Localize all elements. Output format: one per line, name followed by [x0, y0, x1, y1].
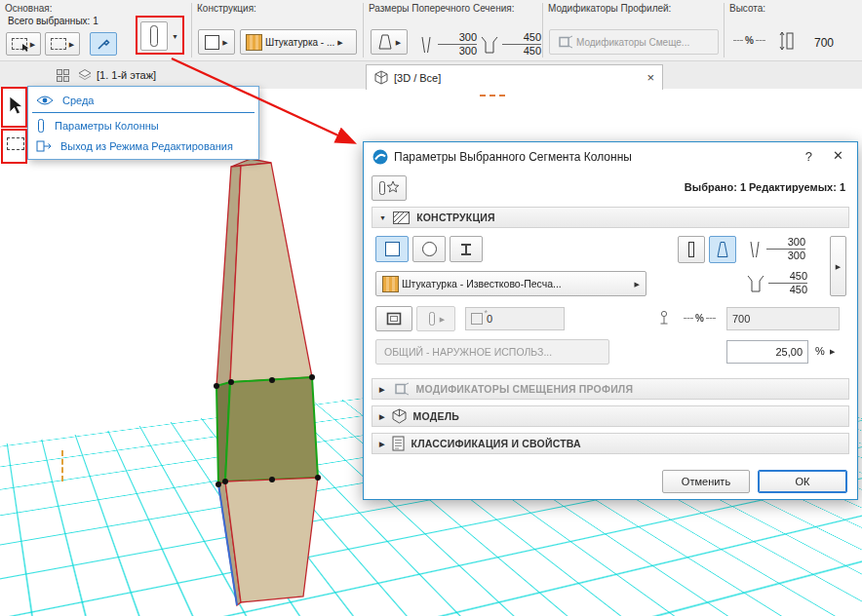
tab-close-icon[interactable]: × — [646, 70, 654, 85]
material-label: Штукатурка - ... — [265, 37, 334, 48]
offset-ref-icon: * — [471, 313, 483, 325]
exit-icon — [36, 140, 52, 152]
group-modifiers-label: Модификаторы Профилей: — [548, 3, 671, 14]
tab-floor-label[interactable]: [1. 1-й этаж] — [97, 69, 156, 81]
favorites-button[interactable] — [372, 175, 407, 201]
pickup-parameters-button[interactable] — [90, 32, 117, 56]
menu-item-label: Параметры Колонны — [55, 120, 159, 132]
edit-context-menu: Среда Параметры Колонны Выход из Режима … — [27, 86, 259, 160]
material-dropdown[interactable]: Штукатурка - Известково-Песча... ▶ — [375, 271, 646, 296]
height-percent-icon[interactable]: % — [733, 35, 765, 46]
depth-dimension[interactable]: 450 450 — [502, 31, 541, 58]
column-selected-front-face[interactable] — [225, 377, 318, 481]
marquee-flyout-button[interactable]: ▶ — [45, 32, 80, 56]
group-main-label: Основная: — [5, 3, 52, 14]
column-height-icon — [778, 29, 796, 53]
material-dropdown[interactable]: Штукатурка - ... ▶ — [240, 29, 357, 55]
toolbar-separator — [191, 3, 192, 58]
circle-shape-icon — [422, 242, 437, 256]
section-construction[interactable]: ▼ КОНСТРУКЦИЯ — [372, 207, 849, 228]
core-fill-button[interactable] — [375, 306, 412, 331]
segment-height-field: 700 — [726, 307, 840, 330]
menu-item-environment[interactable]: Среда — [28, 90, 258, 110]
group-construction-label: Конструкция: — [197, 3, 256, 14]
percent-unit-label: % — [815, 345, 825, 357]
section-profile-modifiers[interactable]: ▶ МОДИФИКАТОРЫ СМЕЩЕНИЯ ПРОФИЛЯ — [372, 378, 849, 400]
width-top-value: 300 — [438, 31, 477, 45]
depth-bottom-value: 450 — [790, 284, 807, 295]
section-model[interactable]: ▶ МОДЕЛЬ — [372, 405, 849, 427]
shape-circle-button[interactable] — [412, 236, 446, 262]
profile-shape-button[interactable]: ▶ — [371, 29, 408, 55]
column-upper-front-face[interactable] — [230, 163, 312, 382]
section-profile-modifiers-label: МОДИФИКАТОРЫ СМЕЩЕНИЯ ПРОФИЛЯ — [416, 383, 634, 395]
width-dimension-group: 300 300 — [417, 31, 477, 58]
tab-grid-icon[interactable] — [57, 69, 70, 82]
menu-item-label: Среда — [62, 95, 94, 106]
cancel-button[interactable]: Отменить — [662, 470, 750, 493]
shape-ibeam-button[interactable] — [450, 236, 483, 262]
floor-plan-icon[interactable] — [77, 68, 93, 82]
material-value: Штукатурка - Известково-Песча... — [402, 278, 562, 289]
tapered-column-toggle[interactable] — [709, 236, 736, 263]
menu-item-exit-edit-mode[interactable]: Выход из Режима Редактирования — [28, 135, 258, 156]
section-classification[interactable]: ▶ КЛАССИФИКАЦИЯ И СВОЙСТВА — [372, 433, 849, 454]
flyout-arrow-icon: ▶ — [635, 281, 640, 288]
height-percent-icon[interactable]: % — [684, 313, 716, 324]
flyout-arrow-icon: ▶ — [396, 39, 401, 46]
width-dimension[interactable]: 300 300 — [438, 31, 477, 58]
shape-square-button[interactable] — [375, 236, 409, 262]
column-icon — [36, 118, 46, 134]
segment-profile-button: ▶ — [416, 306, 455, 331]
section-model-label: МОДЕЛЬ — [413, 410, 459, 422]
menu-item-column-parameters[interactable]: Параметры Колонны — [28, 115, 258, 135]
dimension-expand-button[interactable]: ▶ — [830, 236, 846, 296]
column-tool-icon — [148, 24, 160, 48]
ibeam-shape-icon — [459, 243, 473, 256]
top-toolbar: Основная: Всего выбранных: 1 ▶ ▶ ▼ Конст… — [0, 0, 862, 61]
flyout-arrow-icon: ▶ — [222, 39, 227, 46]
tab-3d-active[interactable]: [3D / Все] × — [366, 64, 663, 90]
flyout-arrow-icon[interactable]: ▶ — [830, 348, 835, 355]
flyout-arrow-icon: ▶ — [836, 263, 841, 270]
group-cross-section-label: Размеры Поперечного Сечения: — [369, 3, 514, 14]
width-dimension[interactable]: 300 300 — [766, 236, 805, 262]
column-tool-dropdown-icon[interactable]: ▼ — [172, 33, 178, 40]
percent-field[interactable]: 25,00 — [726, 340, 808, 364]
app-logo-icon — [372, 149, 388, 165]
3d-view-icon — [374, 70, 388, 85]
selected-count: Всего выбранных: 1 — [8, 16, 98, 26]
depth-dimension[interactable]: 450 450 — [768, 270, 807, 296]
help-button[interactable]: ? — [805, 149, 812, 164]
arrow-flyout-button[interactable]: ▶ — [6, 32, 41, 56]
section-construction-label: КОНСТРУКЦИЯ — [416, 212, 495, 223]
cross-section-shape-button[interactable]: ▶ — [198, 29, 235, 55]
group-height-label: Высота: — [729, 3, 765, 14]
expand-arrow-icon: ▶ — [379, 386, 385, 393]
material-swatch-icon — [246, 34, 262, 51]
column-tool-button[interactable] — [140, 21, 168, 51]
expand-arrow-icon: ▶ — [379, 413, 385, 420]
hatch-icon — [393, 212, 410, 224]
dialog-width-group: 300 300 — [746, 236, 805, 262]
dialog-close-button[interactable]: ✕ — [833, 148, 843, 163]
column-lower-front-face[interactable] — [225, 478, 318, 602]
toolbar-separator — [363, 3, 364, 58]
expand-arrow-icon: ▶ — [379, 441, 385, 447]
anchor-point-icon[interactable] — [658, 310, 670, 327]
height-value[interactable]: 700 — [814, 36, 834, 50]
dialog-depth-group: 450 450 — [746, 270, 807, 296]
column-segment-dialog: Параметры Выбранного Сегмента Колонны ? … — [363, 141, 858, 500]
ok-button[interactable]: ОК — [758, 470, 847, 493]
arrow-tool-icon[interactable] — [6, 95, 23, 116]
straight-profile-icon — [746, 240, 764, 259]
collapse-arrow-icon: ▼ — [379, 214, 386, 221]
profile-modifiers-button: Модификаторы Смеще... — [549, 29, 719, 55]
uniform-column-toggle[interactable] — [678, 236, 705, 263]
toolbar-separator — [542, 3, 543, 58]
depth-top-value: 450 — [768, 270, 807, 284]
width-bottom-value: 300 — [459, 45, 477, 57]
surface-dropdown: ОБЩИЙ - НАРУЖНОЕ ИСПОЛЬЗ... — [375, 339, 609, 365]
marquee-tool-icon[interactable] — [7, 137, 24, 150]
core-fill-icon — [386, 312, 402, 326]
